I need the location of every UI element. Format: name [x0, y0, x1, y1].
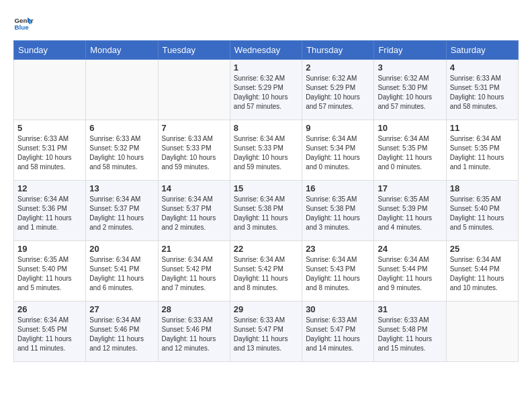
cell-content: Sunrise: 6:33 AMSunset: 5:46 PMDaylight:… — [162, 316, 226, 353]
cell-content: Sunrise: 6:32 AMSunset: 5:29 PMDaylight:… — [234, 74, 298, 111]
cell-content: Sunrise: 6:34 AMSunset: 5:35 PMDaylight:… — [450, 134, 515, 172]
calendar-cell: 7Sunrise: 6:33 AMSunset: 5:33 PMDaylight… — [158, 120, 230, 181]
day-number: 15 — [234, 183, 298, 193]
day-number: 28 — [162, 304, 226, 314]
cell-content: Sunrise: 6:34 AMSunset: 5:35 PMDaylight:… — [378, 134, 442, 172]
day-number: 26 — [17, 304, 82, 314]
day-number: 30 — [306, 304, 370, 314]
day-number: 8 — [234, 123, 298, 133]
day-number: 21 — [162, 244, 226, 254]
day-number: 9 — [306, 123, 370, 133]
day-number: 18 — [450, 183, 515, 193]
calendar-cell — [158, 60, 230, 120]
cell-content: Sunrise: 6:34 AMSunset: 5:44 PMDaylight:… — [450, 255, 515, 293]
page-header: General Blue — [13, 13, 519, 34]
cell-content: Sunrise: 6:34 AMSunset: 5:42 PMDaylight:… — [234, 255, 298, 293]
calendar-cell: 14Sunrise: 6:34 AMSunset: 5:37 PMDayligh… — [158, 181, 230, 241]
calendar-cell: 8Sunrise: 6:34 AMSunset: 5:33 PMDaylight… — [230, 120, 302, 181]
cell-content: Sunrise: 6:34 AMSunset: 5:34 PMDaylight:… — [306, 134, 370, 172]
calendar-week-4: 26Sunrise: 6:34 AMSunset: 5:45 PMDayligh… — [14, 302, 519, 362]
day-number: 10 — [378, 123, 442, 133]
cell-content: Sunrise: 6:33 AMSunset: 5:32 PMDaylight:… — [89, 134, 154, 172]
calendar-cell: 13Sunrise: 6:34 AMSunset: 5:37 PMDayligh… — [86, 181, 158, 241]
logo-icon: General Blue — [13, 13, 34, 34]
calendar-cell: 28Sunrise: 6:33 AMSunset: 5:46 PMDayligh… — [158, 302, 230, 362]
cell-content: Sunrise: 6:34 AMSunset: 5:44 PMDaylight:… — [378, 255, 442, 293]
calendar-cell: 1Sunrise: 6:32 AMSunset: 5:29 PMDaylight… — [230, 60, 302, 120]
day-number: 29 — [234, 304, 298, 314]
cell-content: Sunrise: 6:32 AMSunset: 5:30 PMDaylight:… — [378, 74, 442, 111]
day-number: 23 — [306, 244, 370, 254]
cell-content: Sunrise: 6:35 AMSunset: 5:40 PMDaylight:… — [17, 255, 82, 293]
cell-content: Sunrise: 6:33 AMSunset: 5:47 PMDaylight:… — [234, 316, 298, 353]
cell-content: Sunrise: 6:34 AMSunset: 5:42 PMDaylight:… — [162, 255, 226, 293]
cell-content: Sunrise: 6:34 AMSunset: 5:43 PMDaylight:… — [306, 255, 370, 293]
cell-content: Sunrise: 6:34 AMSunset: 5:37 PMDaylight:… — [89, 195, 154, 232]
calendar-cell: 12Sunrise: 6:34 AMSunset: 5:36 PMDayligh… — [14, 181, 86, 241]
cell-content: Sunrise: 6:34 AMSunset: 5:36 PMDaylight:… — [17, 195, 82, 232]
cell-content: Sunrise: 6:33 AMSunset: 5:31 PMDaylight:… — [450, 74, 515, 111]
calendar-cell: 16Sunrise: 6:35 AMSunset: 5:38 PMDayligh… — [302, 181, 374, 241]
cell-content: Sunrise: 6:33 AMSunset: 5:48 PMDaylight:… — [378, 316, 442, 353]
cell-content: Sunrise: 6:34 AMSunset: 5:38 PMDaylight:… — [234, 195, 298, 232]
day-number: 5 — [17, 123, 82, 133]
cell-content: Sunrise: 6:35 AMSunset: 5:39 PMDaylight:… — [378, 195, 442, 232]
day-number: 24 — [378, 244, 442, 254]
day-number: 12 — [17, 183, 82, 193]
cell-content: Sunrise: 6:33 AMSunset: 5:33 PMDaylight:… — [162, 134, 226, 172]
day-number: 17 — [378, 183, 442, 193]
calendar-cell: 31Sunrise: 6:33 AMSunset: 5:48 PMDayligh… — [374, 302, 446, 362]
calendar-cell: 6Sunrise: 6:33 AMSunset: 5:32 PMDaylight… — [86, 120, 158, 181]
day-number: 4 — [450, 62, 515, 73]
day-number: 25 — [450, 244, 515, 254]
cell-content: Sunrise: 6:34 AMSunset: 5:46 PMDaylight:… — [89, 316, 154, 353]
calendar-cell — [86, 60, 158, 120]
cell-content: Sunrise: 6:35 AMSunset: 5:38 PMDaylight:… — [306, 195, 370, 232]
calendar-cell: 10Sunrise: 6:34 AMSunset: 5:35 PMDayligh… — [374, 120, 446, 181]
calendar-cell: 24Sunrise: 6:34 AMSunset: 5:44 PMDayligh… — [374, 241, 446, 302]
calendar-cell: 18Sunrise: 6:35 AMSunset: 5:40 PMDayligh… — [446, 181, 518, 241]
day-number: 6 — [89, 123, 154, 133]
header-wednesday: Wednesday — [230, 41, 302, 60]
calendar-cell: 25Sunrise: 6:34 AMSunset: 5:44 PMDayligh… — [446, 241, 518, 302]
calendar-cell — [446, 302, 518, 362]
day-number: 22 — [234, 244, 298, 254]
cell-content: Sunrise: 6:34 AMSunset: 5:33 PMDaylight:… — [234, 134, 298, 172]
calendar-cell — [14, 60, 86, 120]
calendar-cell: 3Sunrise: 6:32 AMSunset: 5:30 PMDaylight… — [374, 60, 446, 120]
calendar-cell: 27Sunrise: 6:34 AMSunset: 5:46 PMDayligh… — [86, 302, 158, 362]
day-number: 11 — [450, 123, 515, 133]
header-saturday: Saturday — [446, 41, 518, 60]
calendar-cell: 2Sunrise: 6:32 AMSunset: 5:29 PMDaylight… — [302, 60, 374, 120]
calendar-week-1: 5Sunrise: 6:33 AMSunset: 5:31 PMDaylight… — [14, 120, 519, 181]
cell-content: Sunrise: 6:35 AMSunset: 5:40 PMDaylight:… — [450, 195, 515, 232]
svg-text:Blue: Blue — [15, 24, 30, 31]
calendar-cell: 4Sunrise: 6:33 AMSunset: 5:31 PMDaylight… — [446, 60, 518, 120]
cell-content: Sunrise: 6:34 AMSunset: 5:37 PMDaylight:… — [162, 195, 226, 232]
cell-content: Sunrise: 6:32 AMSunset: 5:29 PMDaylight:… — [306, 74, 370, 111]
day-number: 13 — [89, 183, 154, 193]
day-number: 31 — [378, 304, 442, 314]
header-friday: Friday — [374, 41, 446, 60]
calendar-header-row: SundayMondayTuesdayWednesdayThursdayFrid… — [14, 41, 519, 60]
day-number: 19 — [17, 244, 82, 254]
calendar-table: SundayMondayTuesdayWednesdayThursdayFrid… — [13, 40, 519, 362]
calendar-week-2: 12Sunrise: 6:34 AMSunset: 5:36 PMDayligh… — [14, 181, 519, 241]
header-tuesday: Tuesday — [158, 41, 230, 60]
day-number: 2 — [306, 62, 370, 73]
cell-content: Sunrise: 6:34 AMSunset: 5:45 PMDaylight:… — [17, 316, 82, 353]
cell-content: Sunrise: 6:33 AMSunset: 5:47 PMDaylight:… — [306, 316, 370, 353]
header-sunday: Sunday — [14, 41, 86, 60]
day-number: 16 — [306, 183, 370, 193]
header-thursday: Thursday — [302, 41, 374, 60]
cell-content: Sunrise: 6:34 AMSunset: 5:41 PMDaylight:… — [89, 255, 154, 293]
calendar-cell: 9Sunrise: 6:34 AMSunset: 5:34 PMDaylight… — [302, 120, 374, 181]
calendar-cell: 11Sunrise: 6:34 AMSunset: 5:35 PMDayligh… — [446, 120, 518, 181]
calendar-cell: 29Sunrise: 6:33 AMSunset: 5:47 PMDayligh… — [230, 302, 302, 362]
logo: General Blue — [13, 13, 34, 34]
calendar-cell: 5Sunrise: 6:33 AMSunset: 5:31 PMDaylight… — [14, 120, 86, 181]
day-number: 27 — [89, 304, 154, 314]
day-number: 14 — [162, 183, 226, 193]
calendar-week-0: 1Sunrise: 6:32 AMSunset: 5:29 PMDaylight… — [14, 60, 519, 120]
calendar-cell: 17Sunrise: 6:35 AMSunset: 5:39 PMDayligh… — [374, 181, 446, 241]
